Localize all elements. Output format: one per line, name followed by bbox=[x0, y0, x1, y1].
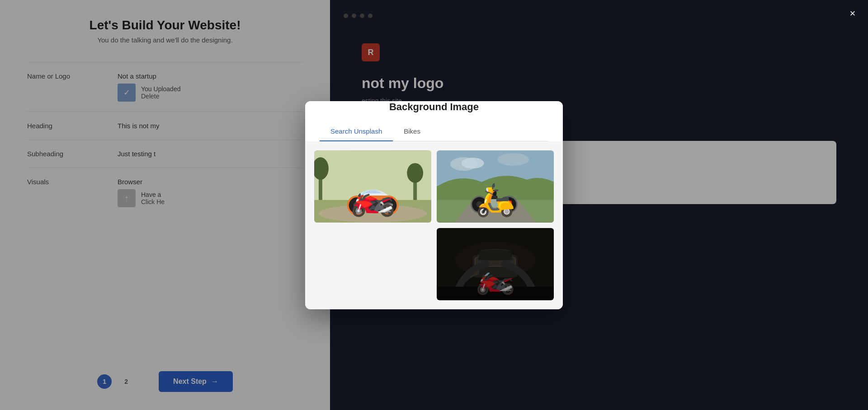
svg-rect-22 bbox=[476, 199, 510, 207]
tab-bikes[interactable]: Bikes bbox=[393, 122, 431, 141]
svg-point-17 bbox=[497, 153, 529, 166]
bike-image-1-preview bbox=[314, 150, 431, 223]
svg-point-19 bbox=[490, 188, 497, 197]
svg-point-25 bbox=[500, 196, 517, 212]
svg-point-16 bbox=[462, 158, 484, 168]
svg-point-21 bbox=[475, 199, 511, 208]
modal-body bbox=[305, 141, 563, 309]
svg-rect-20 bbox=[489, 195, 498, 202]
bike-image-1[interactable] bbox=[314, 150, 431, 223]
background-image-modal: × Background Image Search Unsplash Bikes bbox=[305, 101, 563, 309]
bike-image-3-preview bbox=[437, 228, 554, 300]
svg-point-9 bbox=[348, 196, 366, 214]
svg-point-26 bbox=[505, 201, 512, 207]
modal-title: Background Image bbox=[320, 101, 548, 113]
bike-image-2[interactable] bbox=[437, 150, 554, 223]
svg-point-24 bbox=[476, 201, 483, 207]
svg-point-6 bbox=[319, 204, 427, 222]
bike-image-2-preview bbox=[437, 150, 554, 223]
tab-search-unsplash[interactable]: Search Unsplash bbox=[320, 122, 393, 141]
svg-point-7 bbox=[353, 198, 393, 209]
image-grid bbox=[314, 150, 554, 300]
svg-point-11 bbox=[379, 196, 397, 214]
svg-point-23 bbox=[472, 196, 488, 212]
svg-point-10 bbox=[354, 201, 361, 209]
svg-rect-30 bbox=[475, 257, 516, 266]
svg-rect-8 bbox=[355, 195, 391, 206]
svg-point-5 bbox=[407, 163, 423, 183]
svg-rect-29 bbox=[473, 255, 518, 278]
modal-tabs: Search Unsplash Bikes bbox=[320, 122, 548, 141]
modal-overlay[interactable]: × Background Image Search Unsplash Bikes bbox=[0, 0, 868, 410]
svg-rect-13 bbox=[384, 203, 393, 206]
modal-header: Background Image Search Unsplash Bikes bbox=[305, 101, 563, 141]
svg-point-12 bbox=[385, 201, 392, 209]
bike-image-3[interactable] bbox=[437, 228, 554, 300]
